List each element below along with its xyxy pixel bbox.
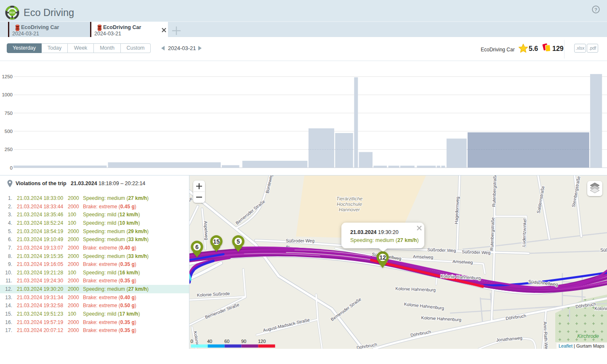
svg-text:ECO: ECO bbox=[9, 11, 15, 14]
svg-text:Leaflet | Gurtam Maps: Leaflet | Gurtam Maps bbox=[559, 343, 604, 348]
svg-text:Speeding: medium (27 km/h): Speeding: medium (27 km/h) bbox=[350, 237, 419, 243]
svg-text:1250: 1250 bbox=[2, 74, 13, 79]
svg-text:Amselweg: Amselweg bbox=[453, 259, 473, 265]
svg-text:500: 500 bbox=[5, 129, 13, 134]
svg-text:0: 0 bbox=[10, 165, 13, 170]
svg-text:Tierärztliche: Tierärztliche bbox=[336, 196, 363, 201]
svg-text:Hochschule: Hochschule bbox=[337, 202, 362, 207]
svg-text:Süßroder Weg: Süßroder Weg bbox=[462, 249, 491, 255]
svg-text:90: 90 bbox=[241, 339, 246, 344]
svg-text:40: 40 bbox=[207, 339, 212, 344]
svg-text:60: 60 bbox=[224, 339, 229, 344]
svg-text:0: 0 bbox=[191, 339, 193, 344]
svg-text:21.03.2024 19:30:20: 21.03.2024 19:30:20 bbox=[350, 229, 399, 235]
svg-text:Süßroder Weg: Süßroder Weg bbox=[286, 238, 314, 243]
svg-text:Lüderitzwinkel: Lüderitzwinkel bbox=[521, 218, 527, 247]
svg-text:Süßroder Weg: Süßroder Weg bbox=[600, 247, 607, 252]
svg-text:Aspelweg: Aspelweg bbox=[203, 221, 209, 240]
svg-text:Kirchrode: Kirchrode bbox=[577, 333, 599, 339]
svg-text:120: 120 bbox=[258, 339, 266, 344]
svg-text:?: ? bbox=[594, 7, 597, 12]
svg-text:750: 750 bbox=[5, 111, 13, 116]
svg-text:12: 12 bbox=[379, 254, 386, 261]
svg-text:Süßroder Weg: Süßroder Weg bbox=[427, 247, 456, 253]
svg-text:15: 15 bbox=[213, 238, 220, 245]
svg-text:1000: 1000 bbox=[2, 92, 13, 97]
svg-text:5: 5 bbox=[237, 238, 240, 245]
svg-text:250: 250 bbox=[5, 147, 13, 152]
svg-text:Kolonie Hahnenburg: Kolonie Hahnenburg bbox=[594, 306, 607, 311]
svg-text:Hannover: Hannover bbox=[339, 207, 360, 212]
svg-text:6: 6 bbox=[195, 244, 199, 250]
svg-text:Amselweg: Amselweg bbox=[413, 254, 434, 260]
